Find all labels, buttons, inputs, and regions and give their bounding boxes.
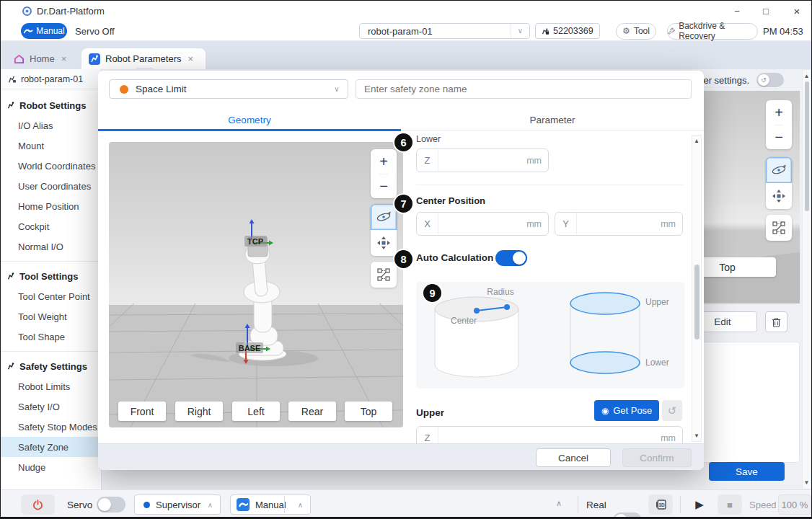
sidebar-item-tool-weight[interactable]: Tool Weight [1,306,101,327]
scroll-up-icon[interactable]: ▲ [803,73,811,79]
real-mode-toggle[interactable] [613,513,642,519]
orbit-rotate-icon [771,164,787,177]
speed-label: Speed [749,500,777,510]
backdrive-recovery-button[interactable]: Backdrive & Recovery [667,23,758,40]
dock-collapse-icon[interactable]: ∧ [556,499,562,508]
view-left-button[interactable]: Left [232,402,280,421]
bg-measure-button[interactable] [766,215,792,241]
cancel-button[interactable]: Cancel [536,448,611,467]
scroll-down-icon[interactable]: ▼ [803,479,811,486]
stop-button[interactable]: ■ [718,494,742,515]
tool-button[interactable]: ⚙ Tool [616,23,656,40]
zone-type-select[interactable]: Space Limit ∨ [109,79,348,99]
pan-move-icon [772,189,786,203]
zone-type-value: Space Limit [128,84,326,94]
dialog-scrollbar[interactable]: ▲ ▼ [692,135,702,442]
sidebar-item-safety-zone[interactable]: Safety Zone [1,437,101,457]
close-button[interactable]: × [786,2,808,19]
cylinder-diagram-graphic: Radius Center Upper Lower [416,282,684,389]
dialog-scrollbar-thumb[interactable] [694,265,700,340]
view-right-button[interactable]: Right [175,402,223,421]
bg-zoom-out-button[interactable]: − [775,125,783,149]
tab-robot-parameters[interactable]: Robot Parameters × [81,48,206,69]
sidebar-item-safety-stop-modes[interactable]: Safety Stop Modes [1,417,101,437]
measure-button[interactable] [371,262,397,288]
settings-toggle[interactable]: ↺ [756,73,784,87]
geometry-3d-viewport[interactable]: TCP BASE [109,142,403,427]
speed-value-button[interactable]: 100 % [778,494,811,515]
3d-viewer-icon: 3D [655,499,667,510]
servo-toggle[interactable] [97,497,125,513]
sidebar-item-nudge[interactable]: Nudge [1,457,101,477]
tab-parameter[interactable]: Parameter [401,109,704,130]
dialog-tabs: Geometry Parameter [98,109,704,130]
bg-pan-button[interactable] [766,183,792,209]
real-mode-label: Real [586,500,606,510]
center-y-input[interactable] [577,213,661,235]
tab-home-close-icon[interactable]: × [60,53,69,64]
sidebar-item-user-coordinates[interactable]: User Coordinates [1,176,101,196]
scroll-down-icon[interactable]: ▼ [692,432,701,439]
serial-number: 52203369 [553,26,593,36]
sidebar-item-io-alias[interactable]: I/O Alias [1,115,101,136]
bg-orbit-button[interactable] [766,157,792,183]
sidebar-item-robot-limits[interactable]: Robot Limits [1,376,101,396]
step-badge-9: 9 [423,284,441,302]
tab-robot-parameters-close-icon[interactable]: × [187,53,195,64]
main-scrollbar[interactable]: ▲ ▼ [802,69,811,489]
reset-pose-button[interactable]: ↺ [662,400,682,421]
sidebar-item-safety-io[interactable]: Safety I/O [1,396,101,417]
zoom-out-button[interactable]: − [379,174,388,198]
mode-button[interactable]: Manual [21,23,67,39]
sidebar-header-label: robot-param-01 [21,74,83,84]
delete-button[interactable] [765,311,787,332]
sidebar-item-tool-shape[interactable]: Tool Shape [1,327,101,347]
sidebar-item-cockpit[interactable]: Cockpit [1,216,101,236]
view-front-button[interactable]: Front [118,402,166,421]
tab-strip: Home × Robot Parameters × [1,41,811,69]
step-badge-6: 6 [394,133,412,151]
sidebar-item-home-position[interactable]: Home Position [1,196,101,216]
servo-label: Servo [67,500,92,510]
section-safety-settings: Safety Settings [1,356,101,376]
play-button[interactable]: ▶ [687,494,712,515]
view-rear-button[interactable]: Rear [288,402,336,421]
scroll-up-icon[interactable]: ▲ [692,138,701,144]
get-pose-button[interactable]: ◉ Get Pose [594,400,659,421]
confirm-button[interactable]: Confirm [622,448,692,467]
power-button[interactable] [21,494,55,515]
axis-label: Y [555,213,577,235]
auto-calculation-label: Auto Calculation [416,252,493,263]
simulator-button[interactable]: 3D [648,494,673,515]
orbit-button[interactable] [371,204,397,230]
sidebar-item-normal-io[interactable]: Normal I/O [1,236,101,257]
bg-orbit-pan-group [766,157,792,209]
main-scrollbar-thumb[interactable] [805,81,809,211]
toggle-knob [98,498,111,511]
auto-calculation-toggle[interactable] [495,250,527,266]
save-button[interactable]: Save [709,462,785,481]
window-title: Dr.Dart-Platform [37,6,105,17]
dialog-footer: Cancel Confirm [98,443,704,470]
minimize-button[interactable]: − [726,2,748,19]
user-role-select[interactable]: Supervisor ∧ [134,494,221,515]
tcp-label: TCP [247,237,263,246]
lower-z-input[interactable] [438,149,526,172]
maximize-button[interactable]: □ [755,2,777,19]
robot-mode-select[interactable]: Manual ∧ [230,494,311,515]
serial-box: 52203369 [535,23,600,39]
sidebar-item-world-coordinates[interactable]: World Coordinates [1,156,101,176]
sidebar-item-mount[interactable]: Mount [1,136,101,156]
section-title: Safety Settings [19,361,87,372]
zoom-in-button[interactable]: + [379,149,388,174]
param-select[interactable]: robot-param-01 ∨ [359,23,530,39]
pan-button[interactable] [371,230,397,256]
center-x-input[interactable] [438,213,526,235]
view-top-button[interactable]: Top [345,402,392,421]
toggle-knob [614,514,627,519]
sidebar-item-tool-center-point[interactable]: Tool Center Point [1,286,101,306]
bg-zoom-in-button[interactable]: + [775,100,783,125]
zone-name-input[interactable] [356,79,692,99]
tab-home[interactable]: Home × [6,48,75,69]
tab-geometry[interactable]: Geometry [98,109,401,130]
